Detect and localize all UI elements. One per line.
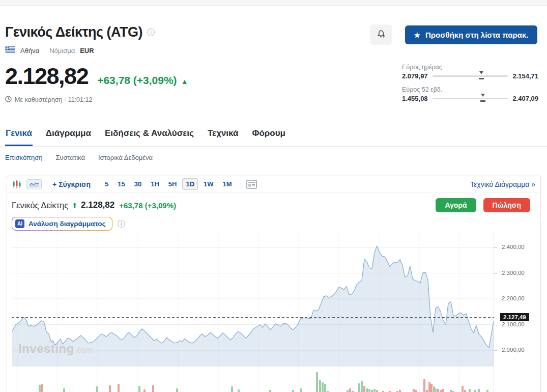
news-layout-button[interactable]	[246, 180, 257, 189]
chart-change: +63,78 (+3,09%)	[119, 201, 176, 210]
tab-2[interactable]: Διάγραμμα	[45, 127, 92, 146]
current-price-tag: 2.127,49	[500, 313, 529, 321]
title-info-icon[interactable]: ⓘ	[147, 29, 155, 37]
interval-5H[interactable]: 5H	[165, 178, 181, 190]
greece-flag-icon	[5, 46, 15, 54]
day-range-slider	[433, 75, 508, 77]
subtab-1[interactable]: Επισκόπηση	[5, 154, 42, 161]
week52-range-label: Εύρος 52 εβδ.	[402, 86, 538, 93]
currency-label: Νόμισμα	[49, 47, 75, 54]
up-arrow-icon: ⬆	[72, 202, 77, 209]
tab-5[interactable]: Φόρουμ	[251, 127, 286, 146]
interval-1M[interactable]: 1M	[219, 178, 236, 190]
clock-icon	[5, 96, 12, 104]
watchlist-label: Προσθήκη στη λίστα παρακ.	[425, 31, 529, 39]
create-alert-button[interactable]	[370, 24, 392, 45]
ai-analysis-button[interactable]: AI Ανάλυση διαγράμματος	[12, 217, 112, 231]
interval-15[interactable]: 15	[114, 178, 128, 190]
price-axis: 2.127,49 2.400,002.300,002.200,002.100,0…	[494, 232, 541, 392]
sell-button[interactable]: Πώληση	[483, 198, 530, 212]
y-axis-tick: 2.400,00	[502, 244, 525, 250]
market-name: Αθήνα	[20, 47, 39, 54]
ai-analysis-label: Ανάλυση διαγράμματος	[28, 220, 106, 228]
plus-icon: +	[52, 180, 56, 188]
subtab-3[interactable]: Ιστορικά Δεδομένα	[98, 154, 153, 161]
chart-card: + Σύγκριση 515301H5H1D1W1M Τεχνικό Διάγρ…	[7, 176, 541, 392]
y-axis-tick: 2.000,00	[502, 347, 525, 353]
divider	[47, 180, 47, 189]
chart-header: Γενικός Δείκτης ⬆ 2.128,82 +63,78 (+3,09…	[7, 192, 540, 212]
day-range-high: 2.154,71	[512, 72, 538, 80]
technical-chart-link[interactable]: Τεχνικό Διάγραμμα »	[470, 180, 535, 188]
interval-selector: 515301H5H1D1W1M	[101, 178, 236, 190]
delay-text: Με καθυστέρηση · 11:01:12	[15, 96, 92, 103]
interval-30[interactable]: 30	[131, 178, 145, 190]
interval-5[interactable]: 5	[101, 178, 112, 190]
ai-badge-icon: AI	[15, 219, 24, 228]
y-axis-tick: 2.100,00	[502, 321, 525, 327]
range-panel: Εύρος ημέρας 2.079,97 2.154,71 Εύρος 52 …	[402, 64, 538, 108]
chart-price: 2.128,82	[81, 200, 114, 210]
chart-toolbar: + Σύγκριση 515301H5H1D1W1M Τεχνικό Διάγρ…	[7, 176, 540, 192]
up-triangle-icon: ▲	[181, 77, 188, 86]
price-chart-canvas[interactable]	[12, 232, 494, 392]
y-axis-tickmark	[494, 273, 497, 274]
y-axis-tickmark	[494, 299, 497, 299]
divider	[241, 180, 241, 189]
interval-1W[interactable]: 1W	[200, 178, 217, 190]
y-axis-tickmark	[494, 350, 497, 351]
add-to-watchlist-button[interactable]: ★ Προσθήκη στη λίστα παρακ.	[405, 25, 537, 44]
sticky-header-strip	[0, 0, 547, 6]
tab-1[interactable]: Γενικά	[5, 127, 33, 146]
week52-range-slider	[433, 98, 508, 99]
week52-range-high: 2.407,09	[512, 95, 538, 102]
currency-value: EUR	[80, 47, 94, 54]
ai-info-icon[interactable]: ⓘ	[118, 220, 126, 228]
y-axis-tickmark	[494, 247, 497, 248]
subtab-2[interactable]: Συστατικά	[55, 154, 85, 161]
interval-1D[interactable]: 1D	[182, 178, 198, 190]
last-price: 2.128,82	[5, 63, 88, 90]
interval-1H[interactable]: 1H	[147, 178, 163, 190]
bell-plus-icon	[376, 29, 386, 41]
y-axis-tick: 2.300,00	[502, 270, 525, 276]
candlestick-chart-button[interactable]	[12, 180, 21, 189]
day-range-low: 2.079,97	[402, 72, 428, 80]
y-axis-tick: 2.200,00	[502, 295, 525, 301]
y-axis-tickmark	[494, 325, 497, 325]
price-change: +63,78 (+3,09%)▲	[97, 74, 188, 87]
buy-button[interactable]: Αγορά	[436, 198, 476, 212]
area-chart-button[interactable]	[26, 179, 42, 189]
tab-4[interactable]: Τεχνικά	[207, 127, 239, 146]
star-icon: ★	[414, 31, 420, 39]
week52-range-marker	[481, 94, 485, 97]
compare-button[interactable]: + Σύγκριση	[52, 180, 91, 188]
tab-3[interactable]: Ειδήσεις & Αναλύσεις	[104, 127, 194, 146]
chart-instrument-name: Γενικός Δείκτης	[12, 201, 68, 210]
day-range-label: Εύρος ημέρας	[402, 64, 538, 71]
day-range-marker	[479, 71, 483, 74]
main-tabs: ΓενικάΔιάγραμμαΕιδήσεις & ΑναλύσειςΤεχνι…	[0, 127, 547, 147]
page-title: Γενικός Δείκτης (ATG)	[5, 24, 142, 40]
week52-range-low: 1.455,08	[402, 95, 428, 102]
divider	[96, 180, 96, 189]
sub-tabs: ΕπισκόπησηΣυστατικάΙστορικά Δεδομένα	[5, 154, 153, 161]
